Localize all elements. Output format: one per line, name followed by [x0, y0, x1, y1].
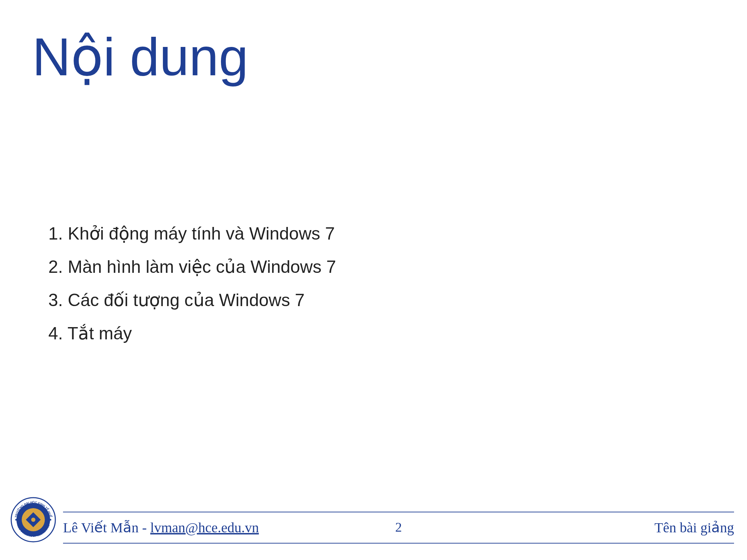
footer-page-number: 2 — [395, 519, 402, 535]
svg-point-4 — [31, 518, 35, 522]
university-logo: TRƯỜNG ĐẠI HỌC KINH TẾ HUẾ HUE COLLEGE O… — [11, 497, 56, 542]
slide-title: Nội dung — [32, 26, 248, 88]
content-list: Khởi động máy tính và Windows 7 Màn hình… — [48, 217, 336, 350]
footer-lecture-name: Tên bài giảng — [655, 519, 734, 536]
slide: Nội dung Khởi động máy tính và Windows 7… — [0, 0, 747, 560]
svg-point-8 — [50, 519, 51, 521]
footer-separator: - — [142, 519, 147, 536]
footer-author: Lê Viết Mẫn — [63, 519, 139, 536]
svg-point-7 — [15, 519, 17, 521]
footer-divider-top — [63, 512, 734, 512]
footer-author-block: Lê Viết Mẫn - lvman@hce.edu.vn — [63, 519, 259, 536]
list-item: Các đối tượng của Windows 7 — [48, 284, 336, 317]
list-item: Tắt máy — [48, 317, 336, 350]
footer-divider-bottom — [63, 543, 734, 544]
footer-row: Lê Viết Mẫn - lvman@hce.edu.vn 2 Tên bài… — [63, 519, 734, 536]
list-item: Màn hình làm việc của Windows 7 — [48, 250, 336, 284]
footer-email: lvman@hce.edu.vn — [150, 519, 259, 536]
list-item: Khởi động máy tính và Windows 7 — [48, 217, 336, 250]
